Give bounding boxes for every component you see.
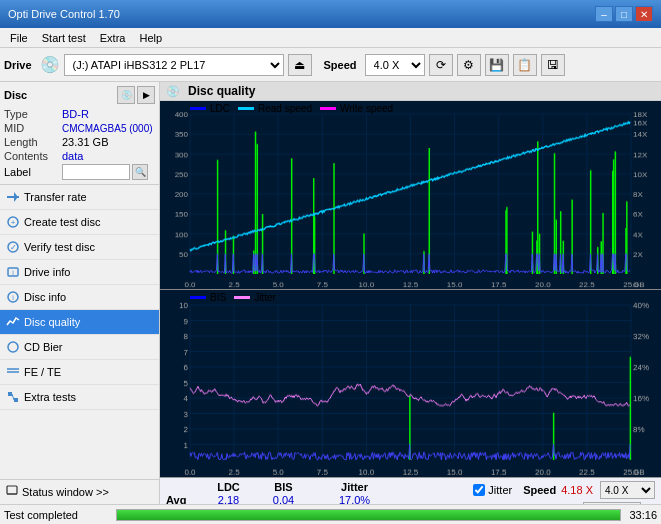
status-window-label: Status window >> <box>22 486 109 498</box>
speed-label: Speed <box>324 59 357 71</box>
fe-te-icon <box>6 365 20 379</box>
disc-contents-row: Contents data <box>4 150 155 162</box>
stats-blank2 <box>311 481 327 493</box>
disc-icon-1[interactable]: 💿 <box>117 86 135 104</box>
jitter-label-legend: Jitter <box>254 292 276 303</box>
disc-section: Disc 💿 ▶ Type BD-R MID CMCMAGBA5 (000) L… <box>0 82 159 185</box>
disc-icon-2[interactable]: ▶ <box>137 86 155 104</box>
nav-fe-te-label: FE / TE <box>24 366 61 378</box>
nav-extra-tests[interactable]: Extra tests <box>0 385 159 410</box>
disc-quality-header: 💿 Disc quality <box>160 82 661 101</box>
nav-fe-te[interactable]: FE / TE <box>0 360 159 385</box>
top-chart-canvas <box>160 101 661 289</box>
disk-button[interactable]: 🖫 <box>541 54 565 76</box>
config-button[interactable]: ⚙ <box>457 54 481 76</box>
maximize-button[interactable]: □ <box>615 6 633 22</box>
svg-text:✓: ✓ <box>10 243 17 252</box>
drive-icon: 💿 <box>40 55 60 74</box>
length-label: Length <box>4 136 62 148</box>
nav-items: Transfer rate + Create test disc ✓ Verif… <box>0 185 159 479</box>
write-speed-label: Write speed <box>340 103 393 114</box>
bis-label: BIS <box>210 292 226 303</box>
label-input[interactable] <box>62 164 130 180</box>
type-label: Type <box>4 108 62 120</box>
disc-icons: 💿 ▶ <box>117 86 155 104</box>
nav-verify-test-disc[interactable]: ✓ Verify test disc <box>0 235 159 260</box>
nav-extra-tests-label: Extra tests <box>24 391 76 403</box>
disc-mid-row: MID CMCMAGBA5 (000) <box>4 122 155 134</box>
disc-quality-icon <box>6 315 20 329</box>
nav-disc-quality-label: Disc quality <box>24 316 80 328</box>
drive-info-icon: i <box>6 265 20 279</box>
svg-text:i: i <box>12 269 14 276</box>
nav-create-test-disc[interactable]: + Create test disc <box>0 210 159 235</box>
svg-line-13 <box>12 394 14 400</box>
svg-rect-12 <box>14 398 18 402</box>
nav-drive-info[interactable]: i Drive info <box>0 260 159 285</box>
mid-label: MID <box>4 122 62 134</box>
menu-file[interactable]: File <box>4 30 34 46</box>
close-button[interactable]: ✕ <box>635 6 653 22</box>
bis-header: BIS <box>256 481 311 493</box>
label-icon-btn[interactable]: 🔍 <box>132 164 148 180</box>
create-test-disc-icon: + <box>6 215 20 229</box>
disc-label-row: Label 🔍 <box>4 164 155 180</box>
ldc-label: LDC <box>210 103 230 114</box>
refresh-button[interactable]: ⟳ <box>429 54 453 76</box>
jitter-legend: Jitter <box>234 292 276 303</box>
right-content: 💿 Disc quality LDC Read speed <box>160 82 661 524</box>
top-legend: LDC Read speed Write speed <box>160 102 423 115</box>
nav-disc-info[interactable]: i Disc info <box>0 285 159 310</box>
jitter-header: Jitter <box>327 481 382 493</box>
save-button[interactable]: 💾 <box>485 54 509 76</box>
toolbar: Drive 💿 (J:) ATAPI iHBS312 2 PL17 ⏏ Spee… <box>0 48 661 82</box>
floppy-button[interactable]: 📋 <box>513 54 537 76</box>
disc-title: Disc <box>4 89 27 101</box>
nav-cd-bier[interactable]: CD Bier <box>0 335 159 360</box>
nav-disc-quality[interactable]: Disc quality <box>0 310 159 335</box>
verify-test-disc-icon: ✓ <box>6 240 20 254</box>
statusbar-text: Test completed <box>4 509 112 521</box>
svg-point-10 <box>8 342 18 352</box>
titlebar-buttons: – □ ✕ <box>595 6 653 22</box>
disc-length-row: Length 23.31 GB <box>4 136 155 148</box>
jitter-checkbox[interactable] <box>473 484 485 496</box>
titlebar: Opti Drive Control 1.70 – □ ✕ <box>0 0 661 28</box>
speed-stat-select[interactable]: 4.0 X <box>600 481 655 499</box>
svg-marker-1 <box>14 192 18 202</box>
type-value: BD-R <box>62 108 89 120</box>
drive-select[interactable]: (J:) ATAPI iHBS312 2 PL17 <box>64 54 284 76</box>
minimize-button[interactable]: – <box>595 6 613 22</box>
menubar: File Start test Extra Help <box>0 28 661 48</box>
cd-bier-icon <box>6 340 20 354</box>
svg-text:+: + <box>11 218 16 227</box>
jitter-check-row: Jitter Speed 4.18 X 4.0 X <box>473 481 655 499</box>
stats-blank <box>166 481 201 493</box>
menu-help[interactable]: Help <box>133 30 168 46</box>
write-speed-legend: Write speed <box>320 103 393 114</box>
main-layout: Disc 💿 ▶ Type BD-R MID CMCMAGBA5 (000) L… <box>0 82 661 524</box>
length-value: 23.31 GB <box>62 136 108 148</box>
speed-select[interactable]: 4.0 X <box>365 54 425 76</box>
nav-transfer-rate-label: Transfer rate <box>24 191 87 203</box>
menu-start-test[interactable]: Start test <box>36 30 92 46</box>
disc-type-row: Type BD-R <box>4 108 155 120</box>
status-window-button[interactable]: Status window >> <box>0 479 159 505</box>
drive-label: Drive <box>4 59 32 71</box>
dq-title: Disc quality <box>188 84 255 98</box>
nav-verify-test-disc-label: Verify test disc <box>24 241 95 253</box>
menu-extra[interactable]: Extra <box>94 30 132 46</box>
charts-container: LDC Read speed Write speed <box>160 101 661 477</box>
eject-button[interactable]: ⏏ <box>288 54 312 76</box>
bottom-chart-canvas <box>160 290 661 478</box>
statusbar-time: 33:16 <box>629 509 657 521</box>
dq-icon: 💿 <box>166 85 180 98</box>
progress-bar-fill <box>117 510 620 520</box>
read-speed-label: Read speed <box>258 103 312 114</box>
nav-disc-info-label: Disc info <box>24 291 66 303</box>
nav-transfer-rate[interactable]: Transfer rate <box>0 185 159 210</box>
extra-tests-icon <box>6 390 20 404</box>
jitter-check-label: Jitter <box>488 484 512 496</box>
label-label: Label <box>4 166 62 178</box>
contents-value: data <box>62 150 83 162</box>
